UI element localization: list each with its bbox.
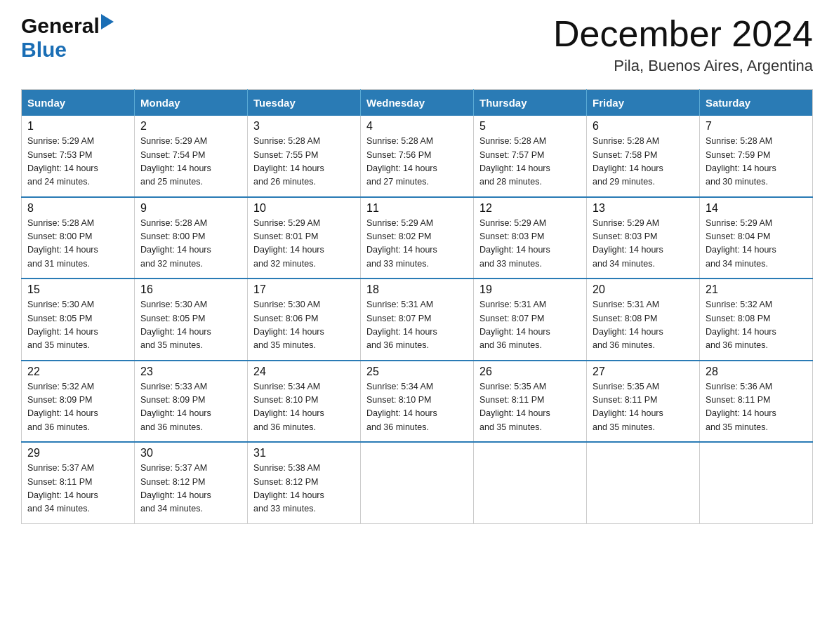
calendar-cell: 6 Sunrise: 5:28 AMSunset: 7:58 PMDayligh…	[587, 116, 700, 197]
day-info: Sunrise: 5:29 AMSunset: 8:04 PMDaylight:…	[706, 217, 807, 271]
day-info: Sunrise: 5:31 AMSunset: 8:07 PMDaylight:…	[479, 298, 581, 353]
day-info: Sunrise: 5:28 AMSunset: 7:56 PMDaylight:…	[366, 135, 468, 189]
day-number: 23	[140, 365, 241, 378]
calendar-cell: 15 Sunrise: 5:30 AMSunset: 8:05 PMDaylig…	[22, 279, 135, 361]
calendar-cell: 12 Sunrise: 5:29 AMSunset: 8:03 PMDaylig…	[474, 197, 587, 279]
calendar-table: SundayMondayTuesdayWednesdayThursdayFrid…	[21, 89, 813, 524]
calendar-cell: 22 Sunrise: 5:32 AMSunset: 8:09 PMDaylig…	[22, 361, 135, 443]
day-number: 7	[706, 120, 807, 133]
day-info: Sunrise: 5:34 AMSunset: 8:10 PMDaylight:…	[253, 380, 355, 435]
logo: General Blue	[21, 14, 114, 62]
day-number: 11	[366, 202, 468, 215]
day-number: 17	[253, 283, 355, 296]
weekday-header-thursday: Thursday	[474, 90, 587, 116]
day-info: Sunrise: 5:36 AMSunset: 8:11 PMDaylight:…	[706, 380, 807, 435]
calendar-cell: 2 Sunrise: 5:29 AMSunset: 7:54 PMDayligh…	[135, 116, 248, 197]
day-info: Sunrise: 5:31 AMSunset: 8:08 PMDaylight:…	[593, 298, 694, 353]
day-info: Sunrise: 5:30 AMSunset: 8:05 PMDaylight:…	[27, 298, 128, 353]
calendar-cell	[700, 442, 813, 523]
day-number: 21	[706, 283, 807, 296]
day-number: 28	[706, 365, 807, 378]
calendar-week-row: 29 Sunrise: 5:37 AMSunset: 8:11 PMDaylig…	[22, 442, 813, 523]
calendar-cell: 25 Sunrise: 5:34 AMSunset: 8:10 PMDaylig…	[361, 361, 474, 443]
day-info: Sunrise: 5:28 AMSunset: 7:58 PMDaylight:…	[593, 135, 694, 189]
day-info: Sunrise: 5:28 AMSunset: 7:59 PMDaylight:…	[706, 135, 807, 189]
calendar-cell: 3 Sunrise: 5:28 AMSunset: 7:55 PMDayligh…	[248, 116, 361, 197]
day-info: Sunrise: 5:35 AMSunset: 8:11 PMDaylight:…	[593, 380, 694, 435]
day-info: Sunrise: 5:29 AMSunset: 7:54 PMDaylight:…	[140, 135, 241, 189]
day-number: 27	[593, 365, 694, 378]
weekday-header-wednesday: Wednesday	[361, 90, 474, 116]
calendar-cell: 23 Sunrise: 5:33 AMSunset: 8:09 PMDaylig…	[135, 361, 248, 443]
calendar-cell: 5 Sunrise: 5:28 AMSunset: 7:57 PMDayligh…	[474, 116, 587, 197]
day-number: 1	[27, 120, 128, 133]
calendar-cell: 29 Sunrise: 5:37 AMSunset: 8:11 PMDaylig…	[22, 442, 135, 523]
day-number: 4	[366, 120, 468, 133]
calendar-cell: 9 Sunrise: 5:28 AMSunset: 8:00 PMDayligh…	[135, 197, 248, 279]
day-info: Sunrise: 5:28 AMSunset: 7:57 PMDaylight:…	[479, 135, 581, 189]
calendar-cell: 11 Sunrise: 5:29 AMSunset: 8:02 PMDaylig…	[361, 197, 474, 279]
calendar-cell	[587, 442, 700, 523]
calendar-cell: 30 Sunrise: 5:37 AMSunset: 8:12 PMDaylig…	[135, 442, 248, 523]
day-info: Sunrise: 5:28 AMSunset: 8:00 PMDaylight:…	[27, 217, 128, 271]
calendar-cell: 14 Sunrise: 5:29 AMSunset: 8:04 PMDaylig…	[700, 197, 813, 279]
calendar-cell: 7 Sunrise: 5:28 AMSunset: 7:59 PMDayligh…	[700, 116, 813, 197]
day-number: 9	[140, 202, 241, 215]
day-number: 15	[27, 283, 128, 296]
calendar-cell: 17 Sunrise: 5:30 AMSunset: 8:06 PMDaylig…	[248, 279, 361, 361]
day-info: Sunrise: 5:35 AMSunset: 8:11 PMDaylight:…	[479, 380, 581, 435]
calendar-cell: 24 Sunrise: 5:34 AMSunset: 8:10 PMDaylig…	[248, 361, 361, 443]
calendar-cell: 13 Sunrise: 5:29 AMSunset: 8:03 PMDaylig…	[587, 197, 700, 279]
day-number: 16	[140, 283, 241, 296]
day-info: Sunrise: 5:32 AMSunset: 8:09 PMDaylight:…	[27, 380, 128, 435]
calendar-cell: 31 Sunrise: 5:38 AMSunset: 8:12 PMDaylig…	[248, 442, 361, 523]
day-info: Sunrise: 5:32 AMSunset: 8:08 PMDaylight:…	[706, 298, 807, 353]
day-number: 13	[593, 202, 694, 215]
page-subtitle: Pila, Buenos Aires, Argentina	[553, 57, 813, 75]
calendar-cell: 4 Sunrise: 5:28 AMSunset: 7:56 PMDayligh…	[361, 116, 474, 197]
day-number: 5	[479, 120, 581, 133]
day-number: 31	[253, 447, 355, 459]
day-info: Sunrise: 5:29 AMSunset: 8:01 PMDaylight:…	[253, 217, 355, 271]
calendar-week-row: 1 Sunrise: 5:29 AMSunset: 7:53 PMDayligh…	[22, 116, 813, 197]
day-info: Sunrise: 5:29 AMSunset: 7:53 PMDaylight:…	[27, 135, 128, 189]
calendar-cell	[474, 442, 587, 523]
calendar-cell: 1 Sunrise: 5:29 AMSunset: 7:53 PMDayligh…	[22, 116, 135, 197]
day-number: 6	[593, 120, 694, 133]
weekday-header-tuesday: Tuesday	[248, 90, 361, 116]
weekday-header-sunday: Sunday	[22, 90, 135, 116]
calendar-cell: 16 Sunrise: 5:30 AMSunset: 8:05 PMDaylig…	[135, 279, 248, 361]
day-number: 2	[140, 120, 241, 133]
day-info: Sunrise: 5:37 AMSunset: 8:11 PMDaylight:…	[27, 462, 128, 516]
page-title: December 2024	[553, 14, 813, 54]
day-number: 30	[140, 447, 241, 459]
svg-marker-0	[101, 14, 114, 29]
day-info: Sunrise: 5:28 AMSunset: 8:00 PMDaylight:…	[140, 217, 241, 271]
day-number: 19	[479, 283, 581, 296]
weekday-header-row: SundayMondayTuesdayWednesdayThursdayFrid…	[22, 90, 813, 116]
day-info: Sunrise: 5:30 AMSunset: 8:06 PMDaylight:…	[253, 298, 355, 353]
day-info: Sunrise: 5:37 AMSunset: 8:12 PMDaylight:…	[140, 462, 241, 516]
logo-blue-text: Blue	[21, 38, 67, 62]
day-number: 18	[366, 283, 468, 296]
page-header: General Blue December 2024 Pila, Buenos …	[21, 14, 813, 75]
calendar-cell: 28 Sunrise: 5:36 AMSunset: 8:11 PMDaylig…	[700, 361, 813, 443]
day-info: Sunrise: 5:38 AMSunset: 8:12 PMDaylight:…	[253, 462, 355, 516]
day-info: Sunrise: 5:34 AMSunset: 8:10 PMDaylight:…	[366, 380, 468, 435]
day-number: 8	[27, 202, 128, 215]
calendar-week-row: 15 Sunrise: 5:30 AMSunset: 8:05 PMDaylig…	[22, 279, 813, 361]
title-block: December 2024 Pila, Buenos Aires, Argent…	[553, 14, 813, 75]
day-number: 24	[253, 365, 355, 378]
calendar-cell: 26 Sunrise: 5:35 AMSunset: 8:11 PMDaylig…	[474, 361, 587, 443]
logo-general-text: General	[21, 14, 100, 38]
day-info: Sunrise: 5:29 AMSunset: 8:03 PMDaylight:…	[479, 217, 581, 271]
calendar-cell: 21 Sunrise: 5:32 AMSunset: 8:08 PMDaylig…	[700, 279, 813, 361]
calendar-week-row: 22 Sunrise: 5:32 AMSunset: 8:09 PMDaylig…	[22, 361, 813, 443]
day-number: 10	[253, 202, 355, 215]
day-info: Sunrise: 5:33 AMSunset: 8:09 PMDaylight:…	[140, 380, 241, 435]
weekday-header-friday: Friday	[587, 90, 700, 116]
weekday-header-monday: Monday	[135, 90, 248, 116]
logo-arrow-icon	[101, 14, 114, 32]
calendar-cell: 20 Sunrise: 5:31 AMSunset: 8:08 PMDaylig…	[587, 279, 700, 361]
calendar-cell: 10 Sunrise: 5:29 AMSunset: 8:01 PMDaylig…	[248, 197, 361, 279]
